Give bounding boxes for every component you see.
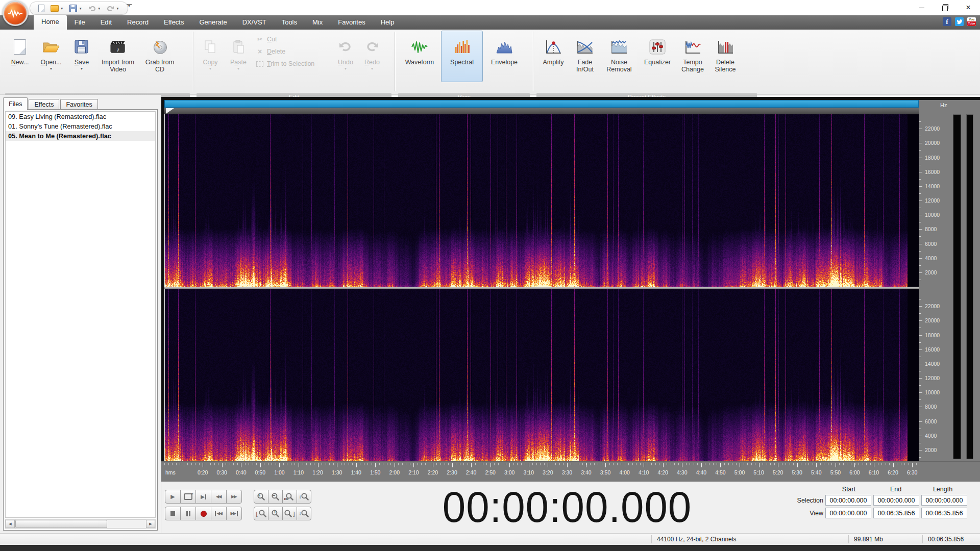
quick-new-button[interactable]	[36, 4, 46, 13]
cut-button[interactable]: ✂ Cut	[256, 36, 330, 43]
tab-tools[interactable]: Tools	[274, 15, 305, 30]
tab-home[interactable]: Home	[34, 15, 67, 30]
tab-generate[interactable]: Generate	[191, 15, 234, 30]
play-to-end-button[interactable]: ▶	[195, 490, 211, 504]
scroll-right-button[interactable]: ▶	[146, 520, 155, 528]
delete-silence-button[interactable]: Delete Silence	[709, 31, 741, 82]
save-button[interactable]: Save ▼	[68, 31, 95, 82]
zoom-row-2: [+]↕	[254, 507, 311, 520]
zoom-out-alt-button[interactable]: ]	[282, 507, 297, 520]
trim-to-selection-button[interactable]: Trim to Selection	[256, 60, 330, 67]
go-to-start-button[interactable]: ◀◀	[211, 507, 227, 520]
ruler-tick	[509, 463, 510, 467]
zoom-in-alt-button[interactable]: +	[268, 507, 283, 520]
fade-in-out-button[interactable]: Fade In/Out	[571, 31, 599, 82]
app-window: ▼▼▼▼ ▼ × HomeFileEditRecordEffectsGenera…	[0, 0, 980, 551]
freq-minor-tick	[919, 342, 921, 343]
scroll-left-button[interactable]: ◀	[6, 520, 15, 528]
ribbon-group-separator	[533, 32, 533, 91]
freq-minor-tick	[919, 385, 921, 386]
envelope-view-button[interactable]: Envelope	[483, 31, 525, 82]
tab-favorites[interactable]: Favorites	[330, 15, 373, 30]
app-logo-icon[interactable]	[3, 1, 28, 26]
horizontal-scrollbar[interactable]: ◀ ▶	[5, 519, 156, 529]
tab-mix[interactable]: Mix	[305, 15, 330, 30]
envelope-view-label: Envelope	[491, 59, 518, 66]
redo-button[interactable]: Redo ▼	[359, 31, 385, 82]
chevron-down-icon: ▼	[80, 67, 83, 70]
tab-record[interactable]: Record	[119, 15, 156, 30]
ruler-time-label: 3:00	[504, 469, 514, 475]
zoom-to-selection-button[interactable]: [	[254, 507, 268, 520]
play-position-marker[interactable]	[166, 108, 174, 114]
grab-from-cd-button[interactable]: Grab from CD	[140, 31, 179, 82]
tab-file[interactable]: File	[67, 15, 93, 30]
quick-save-button[interactable]: ▼	[67, 4, 84, 13]
equalizer-button[interactable]: Equalizer	[639, 31, 676, 82]
selection-length-field[interactable]: 00:00:00.000	[921, 495, 967, 506]
overview-scroll-bar[interactable]	[164, 100, 919, 108]
quick-redo-button[interactable]: ▼	[105, 5, 121, 12]
tab-help[interactable]: Help	[373, 15, 402, 30]
file-list-item[interactable]: 05. Mean to Me (Remastered).flac	[6, 131, 155, 141]
zoom-vertical-in-button[interactable]: ↕	[297, 490, 311, 504]
youtube-icon[interactable]: YouTube	[967, 17, 976, 26]
maximize-button[interactable]	[933, 0, 957, 15]
delete-button[interactable]: × Delete	[256, 48, 330, 55]
tab-dx-vst[interactable]: DX/VST	[235, 15, 274, 30]
spectrogram-channel-1[interactable]	[164, 114, 919, 287]
quick-open-button[interactable]: ▼	[48, 5, 65, 12]
zoom-100-button[interactable]: 100	[282, 490, 297, 504]
ruler-time-label: 5:30	[792, 469, 802, 475]
selection-start-field[interactable]: 00:00:00.000	[825, 495, 871, 506]
loop-button[interactable]: ▸	[180, 490, 196, 504]
undo-button[interactable]: Undo ▼	[333, 31, 358, 82]
waveform-view-button[interactable]: Waveform	[399, 31, 440, 82]
fast-forward-button[interactable]: ▶▶	[226, 490, 242, 504]
copy-button[interactable]: Copy ▼	[197, 31, 224, 82]
rewind-button[interactable]: ◀◀	[211, 490, 227, 504]
play-button[interactable]: ▶	[165, 490, 181, 504]
view-start-field[interactable]: 00:00:00.000	[825, 508, 871, 518]
panel-tab-effects[interactable]: Effects	[29, 99, 59, 110]
tab-effects[interactable]: Effects	[156, 15, 192, 30]
zoom-in-button[interactable]: +	[254, 490, 268, 504]
spectrogram-channel-2[interactable]	[164, 289, 919, 461]
scrollbar-track[interactable]	[108, 520, 146, 528]
tab-edit[interactable]: Edit	[93, 15, 119, 30]
panel-tab-files[interactable]: Files	[3, 97, 28, 110]
file-list-item[interactable]: 09. Easy Living (Remastered).flac	[6, 112, 155, 121]
ruler-time-label: 0:30	[216, 469, 227, 475]
close-button[interactable]: ×	[957, 0, 980, 15]
view-row: View 00:00:00.000 00:06:35.856 00:06:35.…	[793, 508, 976, 518]
stop-button[interactable]	[165, 507, 181, 520]
tempo-change-button[interactable]: Tempo Change	[677, 31, 708, 82]
open-button[interactable]: Open... ▼	[35, 31, 67, 82]
zoom-vertical-out-button[interactable]: ↕	[297, 507, 311, 520]
go-to-end-button[interactable]: ▶▶	[226, 507, 242, 520]
marker-strip[interactable]	[164, 108, 919, 114]
selection-end-field[interactable]: 00:00:00.000	[873, 495, 919, 506]
noise-removal-button[interactable]: Noise Removal	[600, 31, 638, 82]
amplify-button[interactable]: Amplify	[537, 31, 570, 82]
freq-tick	[919, 349, 922, 350]
record-button[interactable]	[195, 507, 211, 520]
minimize-button[interactable]	[910, 0, 933, 15]
import-from-video-button[interactable]: ♪ Import from Video	[96, 31, 139, 82]
facebook-icon[interactable]: f	[943, 17, 951, 26]
pause-button[interactable]	[180, 507, 196, 520]
file-list-item[interactable]: 01. Sonny's Tune (Remastered).flac	[6, 121, 155, 131]
time-ruler[interactable]: hms 0:200:300:400:501:001:101:201:301:40…	[161, 461, 980, 482]
scrollbar-thumb[interactable]	[15, 520, 107, 528]
view-length-field[interactable]: 00:06:35.856	[921, 508, 967, 518]
panel-tab-favorites[interactable]: Favorites	[60, 99, 97, 110]
quick-undo-button[interactable]: ▼	[86, 5, 103, 12]
quick-access-customize-button[interactable]: ▼	[127, 4, 132, 7]
twitter-icon[interactable]	[955, 17, 964, 26]
view-end-field[interactable]: 00:06:35.856	[873, 508, 919, 518]
ruler-tick	[816, 463, 817, 467]
spectral-view-button[interactable]: Spectral	[441, 31, 483, 82]
new-button[interactable]: New...	[6, 31, 34, 82]
zoom-out-button[interactable]: −	[268, 490, 283, 504]
paste-button[interactable]: Paste ▼	[225, 31, 252, 82]
